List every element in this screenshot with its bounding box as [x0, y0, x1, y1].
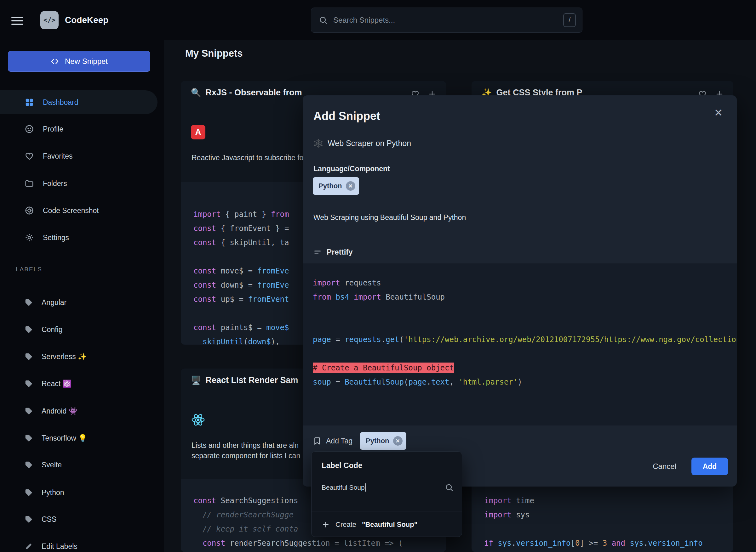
code-line: import sys [484, 508, 721, 522]
code-brackets-icon [50, 57, 59, 66]
code-line: if sys.version_info[0] >= 3 and sys.vers… [484, 536, 721, 550]
sidebar-item-label: Code Screenshot [43, 206, 99, 215]
language-chip-python[interactable]: Python ✕ [313, 177, 359, 195]
close-icon[interactable]: ✕ [714, 107, 723, 118]
tag-icon [24, 298, 33, 306]
tag-icon [24, 434, 33, 442]
label-name: Serverless ✨ [41, 353, 87, 361]
modal-buttons: Cancel Add [653, 457, 728, 475]
snippet-name-emoji: 🕸️ [313, 139, 323, 148]
sidebar-item-settings[interactable]: Settings [0, 226, 157, 250]
labels-section-header: LABELS [16, 266, 42, 273]
code-line: soup = BeautifulSoup(page.text, 'html.pa… [313, 375, 727, 389]
sidebar-item-profile[interactable]: Profile [0, 117, 157, 141]
description-line: separate component for lists I can [192, 451, 300, 461]
label-name: Python [41, 489, 64, 497]
sidebar-label-android[interactable]: Android 👾 [0, 402, 157, 420]
snippet-description-field[interactable]: Web Scraping using Beautiful Soup and Py… [313, 214, 466, 222]
sidebar-item-label: Settings [43, 234, 69, 242]
card-emoji: 🔍 [191, 88, 201, 98]
search-input[interactable] [333, 16, 557, 24]
chip-remove-icon[interactable]: ✕ [346, 181, 355, 191]
angular-icon: A [191, 125, 205, 139]
label-name: Config [41, 325, 63, 334]
menu-icon[interactable] [11, 14, 23, 27]
sidebar-label-react[interactable]: React ⚛️ [0, 374, 157, 393]
create-label-option[interactable]: Create "Beautiful Soup" [322, 517, 455, 532]
label-name: Android 👾 [41, 407, 78, 415]
sidebar-label-serverless[interactable]: Serverless ✨ [0, 347, 157, 366]
code-line [484, 522, 721, 536]
heart-icon [24, 151, 34, 161]
add-tag-label: Add Tag [326, 437, 352, 445]
sidebar-item-favorites[interactable]: Favorites [0, 144, 157, 168]
tag-icon [24, 515, 33, 523]
add-button[interactable]: Add [691, 457, 728, 475]
edit-labels-label: Edit Labels [41, 542, 78, 551]
code-line [313, 347, 727, 361]
code-line: import requests [313, 276, 727, 290]
tag-icon [24, 489, 33, 497]
sidebar-label-tensorflow[interactable]: Tensorflow 💡 [0, 429, 157, 447]
aperture-icon [24, 206, 34, 215]
create-label-prefix: Create [335, 521, 356, 529]
sidebar-item-label: Favorites [43, 152, 73, 160]
tag-icon [24, 407, 33, 415]
page-title: My Snippets [185, 48, 243, 59]
create-label-value: "Beautiful Soup" [362, 521, 417, 529]
label-search-input[interactable]: Beautiful Soup [322, 483, 454, 492]
tag-chip-python[interactable]: Python ✕ [360, 432, 406, 450]
card-title: RxJS - Observable from [205, 88, 302, 98]
sidebar-item-folders[interactable]: Folders [0, 171, 157, 195]
app-name: CodeKeep [65, 15, 108, 25]
code-line: # Create a BeautifulSoup object [313, 361, 727, 375]
prettify-toggle[interactable]: Prettify [313, 248, 353, 257]
label-name: Svelte [41, 461, 62, 469]
code-line [313, 318, 727, 333]
card-emoji: 🖥️ [191, 376, 201, 385]
chip-label: Python [366, 437, 389, 445]
code-line: page = requests.get('https://web.archive… [313, 333, 727, 347]
chip-remove-icon[interactable]: ✕ [393, 436, 403, 446]
new-snippet-label: New Snippet [65, 57, 108, 66]
profile-icon [24, 124, 34, 134]
chip-label: Python [318, 182, 342, 190]
topbar: </> CodeKeep / [0, 0, 756, 40]
divider [312, 511, 462, 512]
tag-row: Add Tag Python ✕ [313, 432, 406, 450]
sidebar: New Snippet Dashboard Profile Favorites … [0, 40, 164, 552]
sidebar-item-dashboard[interactable]: Dashboard [0, 90, 157, 114]
new-snippet-button[interactable]: New Snippet [8, 51, 150, 72]
gear-icon [24, 233, 34, 242]
sidebar-label-python[interactable]: Python [0, 483, 157, 502]
add-snippet-modal: Add Snippet ✕ 🕸️ Web Scraper on Python L… [303, 95, 737, 487]
search-bar[interactable]: / [311, 8, 582, 33]
popup-title: Label Code [322, 461, 362, 470]
sidebar-item-label: Dashboard [43, 98, 79, 107]
sidebar-item-label: Folders [43, 179, 67, 188]
sidebar-label-config[interactable]: Config [0, 320, 157, 339]
description-line: Lists and other things that are aln [192, 440, 300, 451]
sidebar-item-code-screenshot[interactable]: Code Screenshot [0, 198, 157, 223]
tag-icon [24, 380, 33, 388]
sidebar-item-label: Profile [43, 125, 63, 133]
card-description: Lists and other things that are aln sepa… [192, 440, 300, 461]
add-tag-button[interactable]: Add Tag [313, 436, 352, 445]
bookmark-icon [313, 436, 322, 445]
sidebar-label-svelte[interactable]: Svelte [0, 455, 157, 474]
code-line: const renderSearchSuggestion = listItem … [193, 536, 433, 550]
card-description: Reactive Javascript to subscribe fo [192, 153, 303, 163]
search-icon [445, 483, 454, 492]
code-line [313, 304, 727, 318]
edit-labels-button[interactable]: Edit Labels [0, 537, 157, 552]
sidebar-label-angular[interactable]: Angular [0, 293, 157, 312]
sidebar-label-css[interactable]: CSS [0, 510, 157, 529]
search-icon [319, 16, 328, 24]
react-icon [191, 413, 205, 428]
cancel-button[interactable]: Cancel [653, 462, 676, 471]
snippet-code-editor[interactable]: import requestsfrom bs4 import Beautiful… [303, 263, 737, 425]
code-line: from bs4 import BeautifulSoup [313, 290, 727, 304]
search-shortcut-badge: / [563, 13, 576, 27]
label-name: Tensorflow 💡 [41, 434, 87, 442]
snippet-name-field[interactable]: 🕸️ Web Scraper on Python [313, 139, 411, 148]
